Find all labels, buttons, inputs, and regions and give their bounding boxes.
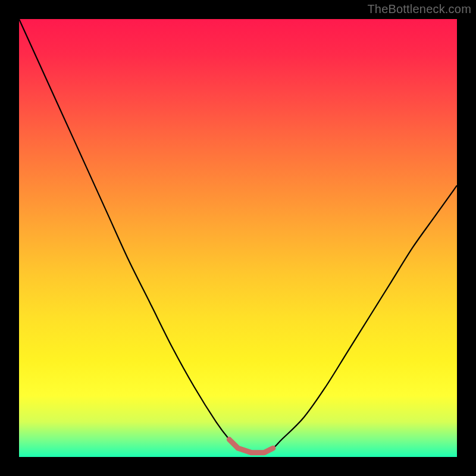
plot-area — [19, 19, 457, 457]
bottleneck-curve-path — [19, 19, 457, 453]
flat-region-marker — [229, 440, 273, 453]
curve-svg — [19, 19, 457, 457]
watermark-label: TheBottleneck.com — [367, 2, 471, 16]
chart-frame: TheBottleneck.com — [0, 0, 476, 476]
